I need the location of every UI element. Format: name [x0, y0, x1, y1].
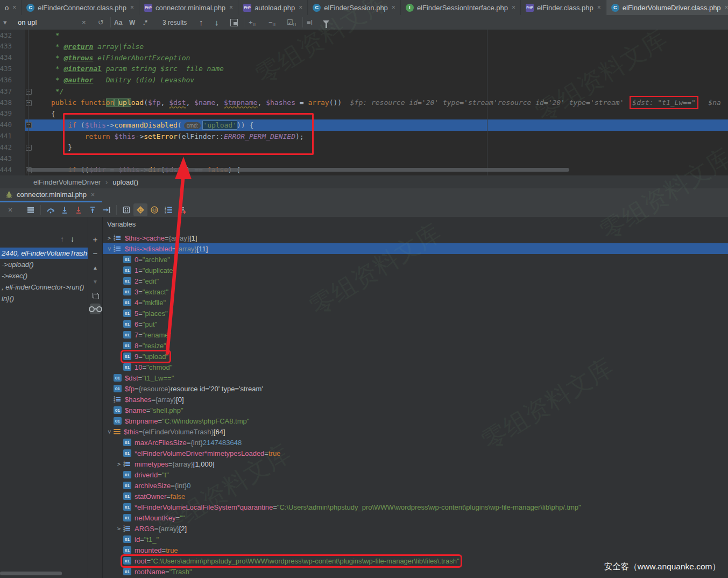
open-in-find-window-icon[interactable]	[230, 19, 238, 26]
variable-row[interactable]: 123$hashes = {array} [0]	[103, 394, 728, 405]
editor-tab[interactable]: CelFinderConnector.class.php×	[22, 0, 139, 15]
close-icon[interactable]: ×	[229, 4, 233, 11]
frames-horizontal-scrollbar[interactable]	[0, 572, 62, 575]
variable-row[interactable]: >123mimetypes = {array} [1,000]	[103, 459, 728, 469]
step-out-icon[interactable]	[86, 203, 100, 216]
frame-row[interactable]: , elFinderConnector->run()	[0, 281, 88, 293]
funnel-filter-icon[interactable]	[323, 20, 329, 24]
threads-view-icon[interactable]	[24, 203, 38, 216]
frame-row[interactable]: ->exec()	[0, 270, 88, 281]
regex-toggle[interactable]: .*	[143, 19, 147, 26]
variable-row[interactable]: 01archiveSize = {int} 0	[103, 480, 728, 491]
variable-row[interactable]: 01mounted = true	[103, 545, 728, 555]
expander-icon[interactable]: >	[105, 235, 114, 242]
variable-row[interactable]: 017 = "rename"	[103, 329, 728, 340]
dropdown-caret-icon[interactable]: ▾	[3, 18, 7, 26]
php-console-icon[interactable]: C	[133, 203, 147, 216]
remove-occurrence-icon[interactable]: −II	[268, 18, 276, 27]
evaluate-expression-icon[interactable]	[119, 203, 133, 216]
variable-row[interactable]: 016 = "put"	[103, 319, 728, 329]
remove-watch-icon[interactable]: −	[90, 248, 101, 258]
debug-session-tab[interactable]: connector.minimal.php ×	[0, 188, 100, 201]
run-to-cursor-icon[interactable]	[100, 203, 114, 216]
variable-row[interactable]: >123ARGS = {array} [2]	[103, 523, 728, 534]
frame-row[interactable]: ->upload()	[0, 259, 88, 270]
editor-tab[interactable]: CelFinderSession.php×	[308, 0, 401, 15]
breadcrumb-class[interactable]: elFinderVolumeDriver	[33, 178, 101, 186]
frame-row[interactable]: in}()	[0, 293, 88, 304]
variable-row[interactable]: >$this = {elFinderVolumeTrash} [64]	[103, 426, 728, 437]
variable-row[interactable]: 01$fp = {resource} resource id='20' type…	[103, 383, 728, 394]
fold-marker-icon[interactable]: −	[26, 89, 32, 95]
variable-row[interactable]: 01maxArcFilesSize = {int} 2147483648	[103, 437, 728, 448]
fold-marker-icon[interactable]: −	[26, 122, 32, 128]
force-step-into-icon[interactable]	[72, 203, 86, 216]
editor-tab[interactable]: o×	[0, 0, 22, 15]
next-match-icon[interactable]: ↓	[215, 18, 219, 27]
show-watches-icon[interactable]	[90, 304, 101, 314]
expander-icon[interactable]: >	[115, 461, 123, 468]
variable-row[interactable]: 01$dst = "t1_Lw=="	[103, 372, 728, 383]
editor-tab[interactable]: PHPconnector.minimal.php×	[139, 0, 238, 15]
variable-row[interactable]: 015 = "places"	[103, 308, 728, 319]
close-icon[interactable]: ×	[130, 4, 134, 11]
move-down-icon[interactable]: ▼	[90, 276, 101, 287]
match-case-toggle[interactable]: Aa	[114, 19, 122, 26]
variable-row[interactable]: 01*elFinderVolumeLocalFileSystem*quarant…	[103, 502, 728, 512]
step-into-icon[interactable]	[58, 203, 72, 216]
copy-icon[interactable]	[90, 290, 101, 301]
add-to-watches-icon[interactable]	[175, 203, 189, 216]
numbered-list-icon[interactable]: 123	[161, 203, 175, 216]
breadcrumb-method[interactable]: upload()	[112, 178, 138, 186]
clear-search-icon[interactable]: ×	[82, 18, 86, 26]
frame-row[interactable]: 2440, elFinderVolumeTrash->up	[0, 248, 88, 259]
close-icon[interactable]: ×	[299, 4, 302, 11]
variable-row[interactable]: 013 = "extract"	[103, 286, 728, 297]
expander-icon[interactable]: >	[106, 244, 113, 253]
expander-icon[interactable]: >	[115, 525, 123, 532]
variable-row[interactable]: >123$this->cache = {array} [1]	[103, 232, 728, 243]
variable-row[interactable]: 019 = "upload"	[103, 351, 728, 362]
search-input[interactable]: on upl	[18, 18, 37, 26]
add-occurrence-icon[interactable]: +II	[249, 18, 256, 27]
editor-tab[interactable]: PHPelFinder.class.php×	[521, 0, 606, 15]
add-watch-icon[interactable]: +	[90, 234, 101, 244]
editor-tab[interactable]: CelFinderVolumeDriver.class.php×	[606, 0, 728, 15]
variable-row[interactable]: 01*elFinderVolumeDriver*mimetypesLoaded …	[103, 448, 728, 459]
variable-row[interactable]: 01id = "t1_"	[103, 534, 728, 545]
editor-tab[interactable]: PHPautoload.php×	[238, 0, 308, 15]
expander-icon[interactable]: >	[106, 427, 113, 436]
variable-row[interactable]: 01statOwner = false	[103, 491, 728, 502]
variable-row[interactable]: 018 = "resize"	[103, 340, 728, 351]
move-up-icon[interactable]: ▲	[90, 262, 101, 273]
close-icon[interactable]: ×	[725, 4, 728, 11]
close-icon[interactable]: ×	[12, 4, 16, 11]
close-icon[interactable]: ×	[3, 203, 17, 216]
select-all-occurrences-icon[interactable]: ☑II	[287, 18, 296, 27]
refresh-search-icon[interactable]: ↺	[98, 18, 104, 26]
variable-row[interactable]: 014 = "mkfile"	[103, 297, 728, 308]
close-icon[interactable]: ×	[597, 4, 601, 11]
editor-tab[interactable]: IelFinderSessionInterface.php×	[401, 0, 521, 15]
variable-row[interactable]: 012 = "edit"	[103, 276, 728, 286]
close-icon[interactable]: ×	[91, 191, 95, 199]
variable-row[interactable]: 010 = "archive"	[103, 254, 728, 265]
step-over-icon[interactable]	[44, 203, 58, 216]
variable-row[interactable]: 01driverId = "t"	[103, 469, 728, 480]
fold-marker-icon[interactable]: −	[26, 145, 32, 151]
close-icon[interactable]: ×	[392, 4, 395, 11]
editor-horizontal-scrollbar[interactable]	[27, 168, 569, 172]
frame-up-icon[interactable]: ↑	[60, 235, 64, 243]
variable-row[interactable]: 01$name = "shell.php"	[103, 405, 728, 415]
close-icon[interactable]: ×	[512, 4, 515, 11]
filter-lines-icon[interactable]: ≡I	[307, 18, 313, 26]
variable-row[interactable]: 011 = "duplicate"	[103, 265, 728, 276]
variable-row[interactable]: 01netMountKey = ""	[103, 512, 728, 523]
frame-down-icon[interactable]: ↓	[70, 235, 74, 243]
variable-row[interactable]: 0110 = "chmod"	[103, 362, 728, 372]
variable-row[interactable]: >123$this->disabled = {array} [11]	[103, 243, 728, 254]
prev-match-icon[interactable]: ↑	[199, 18, 203, 27]
mail-coin-icon[interactable]: @	[147, 203, 161, 216]
variable-row[interactable]: 01$tmpname = "C:\Windows\phpFCA8.tmp"	[103, 415, 728, 426]
fold-marker-icon[interactable]: −	[26, 100, 32, 106]
